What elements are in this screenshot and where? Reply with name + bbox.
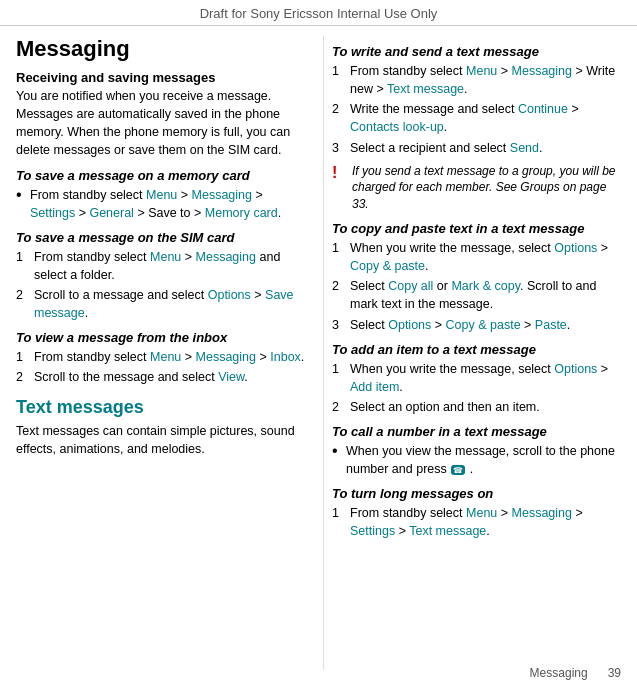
svg-text:☎: ☎ [453, 466, 463, 475]
list-item: 2 Scroll to the message and select View. [16, 368, 305, 386]
subsection-save-memory-steps: • From standby select Menu > Messaging >… [16, 186, 305, 222]
step-number: 2 [332, 398, 346, 416]
list-item: 1 From standby select Menu > Messaging >… [332, 62, 621, 98]
step-text: When you view the message, scroll to the… [346, 442, 621, 478]
step-text: When you write the message, select Optio… [350, 360, 621, 396]
list-item: 3 Select Options > Copy & paste > Paste. [332, 316, 621, 334]
text-messages-body: Text messages can contain simple picture… [16, 422, 305, 458]
step-text: Scroll to the message and select View. [34, 368, 248, 386]
step-text: Select Copy all or Mark & copy. Scroll t… [350, 277, 621, 313]
subsection-long-msg-steps: 1 From standby select Menu > Messaging >… [332, 504, 621, 540]
step-number: 1 [16, 248, 30, 284]
footer-section: Messaging [530, 666, 588, 680]
subsection-add-item-steps: 1 When you write the message, select Opt… [332, 360, 621, 416]
subsection-view-inbox-title: To view a message from the inbox [16, 330, 305, 345]
subsection-save-memory-title: To save a message on a memory card [16, 168, 305, 183]
list-item: 1 From standby select Menu > Messaging >… [16, 348, 305, 366]
list-item: 1 From standby select Menu > Messaging a… [16, 248, 305, 284]
list-item: • When you view the message, scroll to t… [332, 442, 621, 478]
subsection-write-send-steps: 1 From standby select Menu > Messaging >… [332, 62, 621, 157]
step-text: Select a recipient and select Send. [350, 139, 543, 157]
step-text: When you write the message, select Optio… [350, 239, 621, 275]
step-text: Write the message and select Continue > … [350, 100, 621, 136]
step-number: 3 [332, 139, 346, 157]
list-item: 1 From standby select Menu > Messaging >… [332, 504, 621, 540]
step-text: Scroll to a message and select Options >… [34, 286, 305, 322]
list-item: 2 Write the message and select Continue … [332, 100, 621, 136]
list-item: 2 Select an option and then an item. [332, 398, 621, 416]
subsection-copy-paste-title: To copy and paste text in a text message [332, 221, 621, 236]
step-number: 1 [332, 360, 346, 396]
step-number: 2 [332, 277, 346, 313]
step-text: From standby select Menu > Messaging > S… [30, 186, 305, 222]
subsection-add-item-title: To add an item to a text message [332, 342, 621, 357]
step-number: 1 [332, 62, 346, 98]
draft-header: Draft for Sony Ericsson Internal Use Onl… [0, 0, 637, 26]
text-messages-title: Text messages [16, 397, 305, 418]
page-footer: Messaging 39 [530, 666, 621, 680]
page-title: Messaging [16, 36, 305, 62]
subsection-call-number-steps: • When you view the message, scroll to t… [332, 442, 621, 478]
step-number: 1 [332, 239, 346, 275]
step-number: 1 [16, 348, 30, 366]
subsection-save-sim-steps: 1 From standby select Menu > Messaging a… [16, 248, 305, 323]
subsection-copy-paste-steps: 1 When you write the message, select Opt… [332, 239, 621, 334]
step-text: From standby select Menu > Messaging > I… [34, 348, 304, 366]
subsection-long-msg-title: To turn long messages on [332, 486, 621, 501]
step-text: From standby select Menu > Messaging > W… [350, 62, 621, 98]
section-receiving-body: You are notified when you receive a mess… [16, 87, 305, 160]
step-text: Select Options > Copy & paste > Paste. [350, 316, 570, 334]
list-item: 2 Scroll to a message and select Options… [16, 286, 305, 322]
note-icon: ! [332, 163, 346, 213]
right-column: To write and send a text message 1 From … [323, 36, 621, 670]
footer-page: 39 [608, 666, 621, 680]
subsection-view-inbox-steps: 1 From standby select Menu > Messaging >… [16, 348, 305, 386]
step-number: 3 [332, 316, 346, 334]
bullet-dot: • [332, 442, 342, 478]
step-text: From standby select Menu > Messaging > S… [350, 504, 621, 540]
call-icon: ☎ [450, 464, 466, 476]
step-number: 1 [332, 504, 346, 540]
bullet-dot: • [16, 186, 26, 222]
step-number: 2 [332, 100, 346, 136]
section-receiving-title: Receiving and saving messages [16, 70, 305, 85]
step-number: 2 [16, 368, 30, 386]
list-item: • From standby select Menu > Messaging >… [16, 186, 305, 222]
subsection-save-sim-title: To save a message on the SIM card [16, 230, 305, 245]
step-text: Select an option and then an item. [350, 398, 540, 416]
list-item: 2 Select Copy all or Mark & copy. Scroll… [332, 277, 621, 313]
list-item: 1 When you write the message, select Opt… [332, 239, 621, 275]
subsection-write-send-title: To write and send a text message [332, 44, 621, 59]
step-text: From standby select Menu > Messaging and… [34, 248, 305, 284]
subsection-call-number-title: To call a number in a text message [332, 424, 621, 439]
list-item: 3 Select a recipient and select Send. [332, 139, 621, 157]
note-box: ! If you send a text message to a group,… [332, 163, 621, 213]
list-item: 1 When you write the message, select Opt… [332, 360, 621, 396]
note-text: If you send a text message to a group, y… [352, 163, 621, 213]
left-column: Messaging Receiving and saving messages … [16, 36, 313, 670]
step-number: 2 [16, 286, 30, 322]
